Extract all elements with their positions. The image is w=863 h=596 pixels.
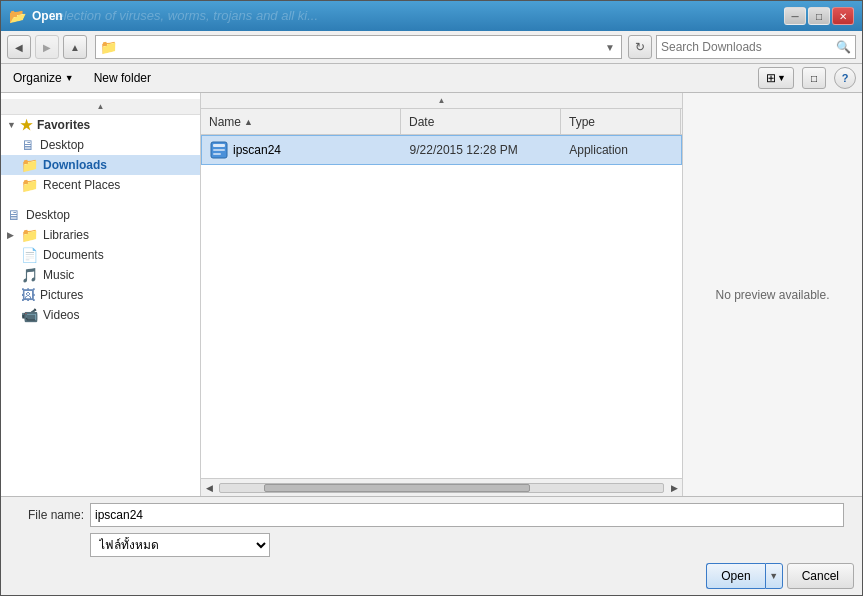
cancel-button[interactable]: Cancel bbox=[787, 563, 854, 589]
svg-rect-2 bbox=[213, 149, 225, 151]
filetype-row: ไฟล์ทั้งหมด bbox=[9, 533, 854, 557]
open-dropdown-icon: ▼ bbox=[769, 571, 778, 581]
nav-item-documents[interactable]: 📄 Documents bbox=[1, 245, 200, 265]
refresh-icon: ↻ bbox=[635, 40, 645, 54]
new-folder-button[interactable]: New folder bbox=[88, 69, 157, 87]
nav-item-videos[interactable]: 📹 Videos bbox=[1, 305, 200, 325]
col-date-label: Date bbox=[409, 115, 434, 129]
pictures-label: Pictures bbox=[40, 288, 83, 302]
pictures-icon: 🖼 bbox=[21, 287, 35, 303]
open-button[interactable]: Open bbox=[706, 563, 764, 589]
title-bar: selection of viruses, worms, trojans and… bbox=[1, 1, 862, 31]
col-sort-arrow: ▲ bbox=[244, 117, 253, 127]
desktop-label: Desktop bbox=[40, 138, 84, 152]
list-scroll-up-icon: ▲ bbox=[438, 96, 446, 105]
file-icon bbox=[210, 141, 228, 159]
col-header-name[interactable]: Name ▲ bbox=[201, 109, 401, 134]
preview-panel: No preview available. bbox=[682, 93, 862, 496]
search-icon[interactable]: 🔍 bbox=[836, 40, 851, 54]
bottom-buttons: Open ▼ Cancel bbox=[9, 563, 854, 589]
main-content: ▲ ▼ ★ Favorites 🖥 Desktop 📁 Downloads bbox=[1, 93, 862, 496]
col-header-type[interactable]: Type bbox=[561, 109, 681, 134]
forward-button[interactable]: ▶ bbox=[35, 35, 59, 59]
hscroll-track[interactable] bbox=[219, 483, 664, 493]
scroll-up-icon: ▲ bbox=[97, 102, 105, 111]
view-arrow: ▼ bbox=[777, 73, 786, 83]
address-bar[interactable]: 📁 ▼ bbox=[95, 35, 622, 59]
help-icon: ? bbox=[842, 72, 849, 84]
favorites-header[interactable]: ▼ ★ Favorites bbox=[1, 115, 200, 135]
nav-item-desktop[interactable]: 🖥 Desktop bbox=[1, 135, 200, 155]
libraries-icon: 📁 bbox=[21, 227, 38, 243]
address-dropdown-icon[interactable]: ▼ bbox=[605, 42, 617, 53]
favorites-expand-icon: ▼ bbox=[7, 120, 16, 130]
bottom-bar: File name: ไฟล์ทั้งหมด Open ▼ Cancel bbox=[1, 496, 862, 595]
videos-icon: 📹 bbox=[21, 307, 38, 323]
favorites-star-icon: ★ bbox=[20, 117, 33, 133]
nav-item-desktop2[interactable]: 🖥 Desktop bbox=[1, 205, 200, 225]
window-icon: 📂 bbox=[9, 8, 26, 24]
minimize-button[interactable]: ─ bbox=[784, 7, 806, 25]
nav-item-downloads[interactable]: 📁 Downloads bbox=[1, 155, 200, 175]
open-button-group: Open ▼ bbox=[706, 563, 782, 589]
file-name-cell: ipscan24 bbox=[202, 139, 402, 161]
nav-item-recent-places[interactable]: 📁 Recent Places bbox=[1, 175, 200, 195]
menu-bar: Organize ▼ New folder ⊞ ▼ □ ? bbox=[1, 64, 862, 93]
nav-spacer bbox=[1, 195, 200, 205]
help-button[interactable]: ? bbox=[834, 67, 856, 89]
nav-item-music[interactable]: 🎵 Music bbox=[1, 265, 200, 285]
back-icon: ◀ bbox=[15, 42, 23, 53]
view-icon: ⊞ bbox=[766, 71, 776, 85]
address-input[interactable] bbox=[121, 40, 601, 54]
list-scroll-up[interactable]: ▲ bbox=[201, 93, 682, 109]
preview-text: No preview available. bbox=[715, 288, 829, 302]
file-type: Application bbox=[561, 141, 681, 159]
hscroll-right-button[interactable]: ▶ bbox=[666, 480, 682, 496]
nav-item-libraries[interactable]: ▶ 📁 Libraries bbox=[1, 225, 200, 245]
favorites-label: Favorites bbox=[37, 118, 90, 132]
view-button[interactable]: ⊞ ▼ bbox=[758, 67, 794, 89]
downloads-folder-icon: 📁 bbox=[21, 157, 38, 173]
address-toolbar: ◀ ▶ ▲ 📁 ▼ ↻ 🔍 bbox=[1, 31, 862, 64]
open-dropdown-button[interactable]: ▼ bbox=[765, 563, 783, 589]
music-icon: 🎵 bbox=[21, 267, 38, 283]
forward-icon: ▶ bbox=[43, 42, 51, 53]
hscroll-thumb[interactable] bbox=[264, 484, 530, 492]
title-bar-background-text: selection of viruses, worms, trojans and… bbox=[50, 8, 318, 23]
organize-arrow: ▼ bbox=[65, 73, 74, 83]
hscroll-left-button[interactable]: ◀ bbox=[201, 480, 217, 496]
desktop-folder-icon: 🖥 bbox=[21, 137, 35, 153]
refresh-button[interactable]: ↻ bbox=[628, 35, 652, 59]
desktop2-icon: 🖥 bbox=[7, 207, 21, 223]
search-bar[interactable]: 🔍 bbox=[656, 35, 856, 59]
file-name: ipscan24 bbox=[233, 143, 281, 157]
file-list[interactable]: ipscan24 9/22/2015 12:28 PM Application bbox=[201, 135, 682, 478]
pane-button[interactable]: □ bbox=[802, 67, 826, 89]
desktop2-label: Desktop bbox=[26, 208, 70, 222]
organize-menu[interactable]: Organize ▼ bbox=[7, 69, 80, 87]
documents-icon: 📄 bbox=[21, 247, 38, 263]
search-input[interactable] bbox=[661, 40, 836, 54]
back-button[interactable]: ◀ bbox=[7, 35, 31, 59]
up-icon: ▲ bbox=[70, 42, 80, 53]
nav-scroll-up[interactable]: ▲ bbox=[1, 99, 200, 115]
up-button[interactable]: ▲ bbox=[63, 35, 87, 59]
filename-input[interactable] bbox=[90, 503, 844, 527]
nav-item-pictures[interactable]: 🖼 Pictures bbox=[1, 285, 200, 305]
maximize-button[interactable]: □ bbox=[808, 7, 830, 25]
table-row[interactable]: ipscan24 9/22/2015 12:28 PM Application bbox=[201, 135, 682, 165]
music-label: Music bbox=[43, 268, 74, 282]
recent-places-label: Recent Places bbox=[43, 178, 120, 192]
filename-row: File name: bbox=[9, 503, 854, 527]
column-headers: Name ▲ Date Type bbox=[201, 109, 682, 135]
hscroll-area: ◀ ▶ bbox=[201, 478, 682, 496]
downloads-label: Downloads bbox=[43, 158, 107, 172]
col-name-label: Name bbox=[209, 115, 241, 129]
open-dialog: selection of viruses, worms, trojans and… bbox=[0, 0, 863, 596]
folder-icon: 📁 bbox=[100, 39, 117, 55]
col-header-date[interactable]: Date bbox=[401, 109, 561, 134]
col-type-label: Type bbox=[569, 115, 595, 129]
libraries-expand-icon: ▶ bbox=[7, 230, 14, 240]
filetype-select[interactable]: ไฟล์ทั้งหมด bbox=[90, 533, 270, 557]
close-button[interactable]: ✕ bbox=[832, 7, 854, 25]
